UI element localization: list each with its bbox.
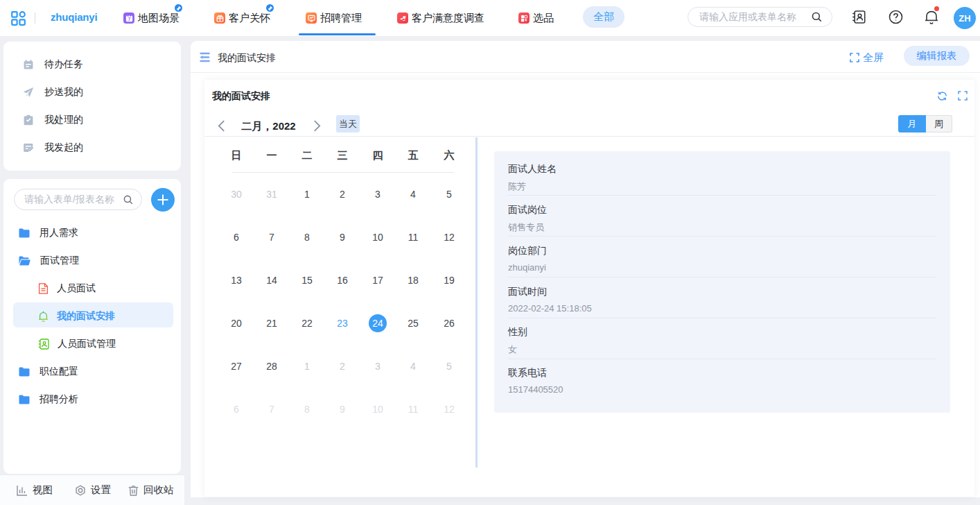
svg-text:7: 7 — [128, 16, 130, 21]
